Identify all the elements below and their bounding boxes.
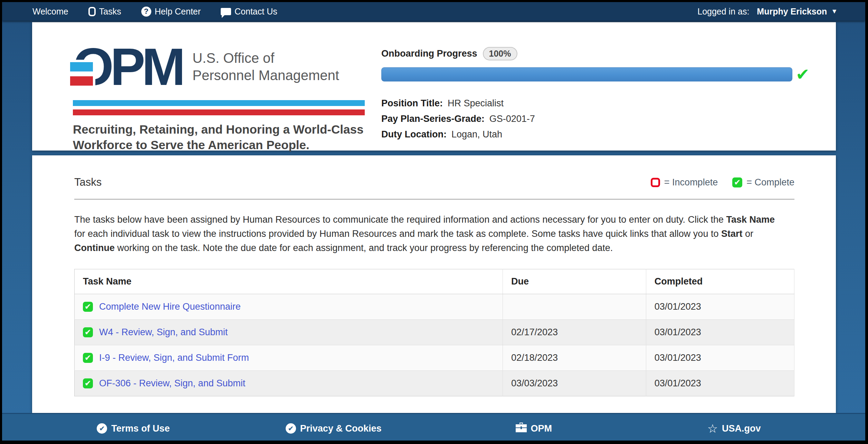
progress-complete-check-icon: ✔ [796,68,810,81]
opm-logo: OPM U.S. Office of Personnel Management … [73,22,365,151]
briefcase-icon [516,423,527,435]
nav-item-label: Tasks [99,7,121,17]
check-circle-icon: ✔ [286,423,296,434]
progress-bar [381,67,792,81]
completed-date-cell: 03/01/2023 [646,345,794,371]
task-name-link[interactable]: W4 - Review, Sign, and Submit [99,327,228,338]
nav-item-label: Help Center [155,7,201,17]
detail-position-title: Position Title: HR Specialist [381,98,810,109]
footer-link-privacy-cookies[interactable]: ✔ Privacy & Cookies [286,423,382,434]
nav-item-contact-us[interactable]: Contact Us [221,7,277,17]
column-header-due: Due [503,269,646,294]
footer-bar: ✔ Terms of Use ✔ Privacy & Cookies OPM ☆… [2,413,865,443]
star-icon: ☆ [707,423,718,434]
complete-check-icon: ✔ [732,177,742,187]
legend-incomplete: = Incomplete [651,177,718,188]
detail-pay-plan: Pay Plan-Series-Grade: GS-0201-7 [381,114,810,124]
logo-bar-red [73,109,365,115]
due-date-cell: 02/17/2023 [503,320,646,345]
tasks-table: Task Name Due Completed ✔Complete New Hi… [74,269,794,396]
opm-wordmark: OPM [73,41,182,93]
tasks-card: Tasks = Incomplete ✔ = Complete The task… [32,155,836,413]
nav-right-group: Logged in as: Murphy Erickson ▼ [697,7,838,17]
tasks-table-header-row: Task Name Due Completed [75,269,794,294]
tasks-description: The tasks below have been assigned by Hu… [74,213,788,255]
task-status-complete-icon: ✔ [83,302,93,312]
nav-item-label: Contact Us [235,7,277,17]
logo-blue-stripe-icon [70,62,93,71]
task-status-complete-icon: ✔ [83,327,93,337]
logo-tagline: Recruiting, Retaining, and Honoring a Wo… [73,122,365,153]
status-legend: = Incomplete ✔ = Complete [651,177,794,188]
due-date-cell: 03/03/2023 [503,371,646,396]
footer-link-opm[interactable]: OPM [516,423,552,435]
table-row: ✔I-9 - Review, Sign, and Submit Form02/1… [75,345,794,371]
header-card: OPM U.S. Office of Personnel Management … [32,22,836,151]
task-status-complete-icon: ✔ [83,378,93,388]
logo-bar-blue [73,100,365,106]
page-frame: Welcome Tasks ? Help Center Contact Us L… [0,0,868,444]
user-name: Murphy Erickson [757,7,827,17]
nav-item-welcome[interactable]: Welcome [32,7,68,17]
task-name-cell: ✔OF-306 - Review, Sign, and Submit [75,371,503,396]
task-name-cell: ✔Complete New Hire Questionnaire [75,294,503,320]
detail-duty-location: Duty Location: Logan, Utah [381,129,810,140]
due-date-cell [503,294,646,320]
check-circle-icon: ✔ [97,423,107,434]
logged-in-as-label: Logged in as: [697,7,749,17]
nav-item-help-center[interactable]: ? Help Center [141,7,201,17]
nav-item-tasks[interactable]: Tasks [88,7,121,17]
top-navbar: Welcome Tasks ? Help Center Contact Us L… [2,2,865,21]
column-header-task-name: Task Name [75,269,503,294]
agency-name: U.S. Office of Personnel Management [192,49,339,84]
table-row: ✔Complete New Hire Questionnaire03/01/20… [75,294,794,320]
question-circle-icon: ? [141,7,151,17]
user-menu[interactable]: Murphy Erickson ▼ [757,7,838,17]
due-date-cell: 02/18/2023 [503,345,646,371]
task-name-link[interactable]: OF-306 - Review, Sign, and Submit [99,378,245,389]
chevron-down-icon: ▼ [831,8,838,15]
task-name-link[interactable]: I-9 - Review, Sign, and Submit Form [99,353,249,363]
square-outline-icon [88,7,96,16]
table-row: ✔W4 - Review, Sign, and Submit02/17/2023… [75,320,794,345]
table-row: ✔OF-306 - Review, Sign, and Submit03/03/… [75,371,794,396]
task-name-cell: ✔I-9 - Review, Sign, and Submit Form [75,345,503,371]
completed-date-cell: 03/01/2023 [646,320,794,345]
task-name-cell: ✔W4 - Review, Sign, and Submit [75,320,503,345]
onboarding-progress-section: Onboarding Progress 100% ✔ Position Titl… [381,22,810,151]
position-details: Position Title: HR Specialist Pay Plan-S… [381,98,810,140]
tasks-divider [74,199,794,200]
page-content: OPM U.S. Office of Personnel Management … [2,21,865,413]
tasks-title: Tasks [74,176,102,189]
chat-bubble-icon [221,8,231,15]
completed-date-cell: 03/01/2023 [646,294,794,320]
incomplete-square-icon [651,178,660,187]
footer-link-terms-of-use[interactable]: ✔ Terms of Use [97,423,170,434]
task-status-complete-icon: ✔ [83,353,93,363]
footer-link-usa-gov[interactable]: ☆ USA.gov [707,423,761,434]
progress-percent-badge: 100% [483,47,517,60]
column-header-completed: Completed [646,269,794,294]
progress-bar-fill [381,67,792,81]
task-name-link[interactable]: Complete New Hire Questionnaire [99,301,241,312]
logo-red-stripe-icon [70,76,93,86]
nav-item-label: Welcome [32,7,68,17]
onboarding-progress-label: Onboarding Progress [381,48,477,59]
completed-date-cell: 03/01/2023 [646,371,794,396]
legend-complete: ✔ = Complete [732,177,794,188]
